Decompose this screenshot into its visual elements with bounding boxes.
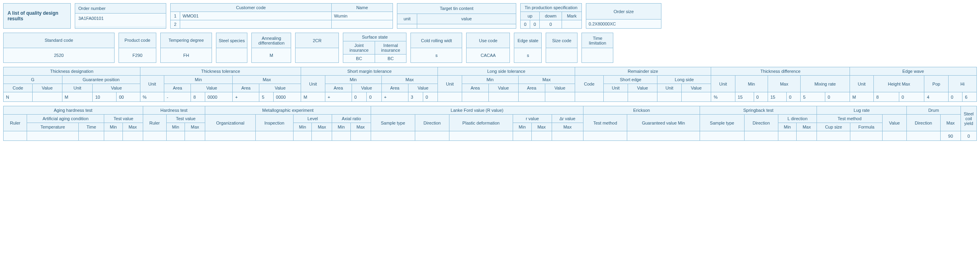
td-empty	[166, 131, 185, 141]
h-r-value: r value	[513, 115, 552, 123]
td-empty	[27, 131, 79, 141]
tin-prod-up1: 0	[521, 20, 530, 29]
td-empty	[143, 131, 166, 141]
h-guaranteed-min: Guaranteed value Min	[627, 115, 700, 131]
h-test-value: Test value	[166, 115, 205, 123]
customer-code-label: Customer code	[171, 4, 332, 12]
h-area: Area	[164, 84, 191, 92]
h-unit: Unit	[62, 84, 93, 92]
size-code-label: Size code	[546, 33, 578, 48]
h-max: Max	[185, 123, 205, 131]
h-min: Min	[462, 76, 518, 84]
tin-prod-mark	[562, 20, 582, 29]
td-td-mix1: 5	[801, 92, 825, 102]
customer-row-idx: 2	[171, 20, 180, 29]
h-value: Value	[259, 84, 301, 92]
customer-row-code	[180, 20, 332, 29]
order-size-label: Order size	[586, 4, 661, 19]
h-unit: Unit	[438, 76, 462, 92]
h-min: Min	[164, 76, 233, 84]
tin-prod-down-label: dowm	[540, 12, 562, 20]
tempering-value: FH	[161, 48, 212, 63]
h-max: Max	[381, 76, 438, 84]
internal-insurance-label: Internal insurance	[375, 41, 406, 55]
h-sample-type: Sample type	[371, 115, 415, 131]
tests-data-row: 90 0	[4, 131, 977, 141]
time-limitation-value	[582, 48, 613, 63]
td-tt-max-area: +	[233, 92, 259, 102]
td-empty	[78, 131, 104, 141]
cr2-label: 2CR	[296, 33, 339, 48]
h-thickness-diff: Thickness difference	[711, 67, 850, 76]
h-hardness-test: Hardness test	[143, 106, 205, 115]
target-tin-value-label: value	[417, 14, 516, 24]
h-unit: Unit	[604, 84, 628, 92]
td-empty	[531, 131, 552, 141]
target-tin-unit	[397, 24, 417, 28]
td-rs-code	[575, 92, 604, 102]
h-area: Area	[233, 84, 259, 92]
product-code-box: Product codeF290	[119, 33, 156, 63]
h-min: Min	[293, 123, 311, 131]
h-max: Max	[768, 76, 800, 92]
td-empty	[4, 131, 27, 141]
h-test-method: Test method	[817, 115, 883, 123]
td-ls-unit	[438, 92, 462, 102]
h-artificial-aging: Artificial aging condition	[27, 115, 104, 123]
td-code: N	[4, 92, 33, 102]
h-value: Value	[352, 84, 381, 92]
td-empty	[906, 131, 940, 141]
h-drum: Drum	[906, 106, 961, 115]
h-formula: Formula	[850, 123, 882, 131]
td-td-min2: 0	[754, 92, 768, 102]
h-min: Min	[778, 123, 796, 131]
td-sm-max-val1: 3	[408, 92, 423, 102]
td-empty	[449, 131, 513, 141]
td-empty	[552, 131, 583, 141]
h-long-side-tol: Long side tolerance	[438, 67, 575, 76]
h-value: Value	[191, 84, 233, 92]
td-rs-se-unit	[604, 92, 628, 102]
td-empty	[778, 131, 796, 141]
td-gp-val1: 10	[93, 92, 117, 102]
h-value: Value	[545, 84, 575, 92]
h-min: Min	[104, 123, 122, 131]
td-td-mix2: 0	[825, 92, 850, 102]
h-max: Max	[518, 76, 575, 84]
joint-insurance-value: BC	[343, 55, 375, 63]
td-rs-ls-val	[681, 92, 711, 102]
td-sm-min-area: +	[325, 92, 352, 102]
h-value: Value	[93, 84, 140, 92]
surface-state-label: Surface state	[343, 33, 406, 41]
td-empty	[817, 131, 850, 141]
cold-rolling-label: Cold rolling widt	[411, 33, 462, 48]
target-tin-value	[417, 24, 516, 28]
cr2-value	[296, 48, 339, 63]
td-empty	[350, 131, 371, 141]
tempering-box: Tempering degreeFH	[160, 33, 212, 63]
use-code-label: Use code	[467, 33, 510, 48]
td-gp-unit: M	[62, 92, 93, 102]
use-code-value: CACAA	[467, 48, 510, 63]
td-value	[32, 92, 62, 102]
h-inspection: Inspection	[255, 115, 293, 131]
td-empty	[371, 131, 415, 141]
h-area: Area	[381, 84, 408, 92]
tin-prod-label: Tin production specification	[521, 4, 582, 12]
h-value: Value	[32, 84, 62, 92]
h-code: Code	[575, 76, 604, 92]
customer-row-idx: 1	[171, 12, 180, 20]
h-max: Max	[122, 123, 143, 131]
td-tt-min-area: -	[164, 92, 191, 102]
td-empty	[104, 131, 122, 141]
steel-species-label: Steel species	[216, 33, 247, 48]
spec-row: Standard code2520 Product codeF290 Tempe…	[3, 33, 977, 63]
h-min: Min	[735, 76, 768, 92]
tolerance-table: Thickness designation Thickness toleranc…	[3, 67, 977, 102]
h-springback: Springback test	[700, 106, 817, 115]
use-code-box: Use codeCACAA	[466, 33, 510, 63]
standard-code-label: Standard code	[4, 33, 115, 48]
h-max: Max	[552, 123, 583, 131]
tin-prod-up-label: up	[521, 12, 540, 20]
h-aging-hardness: Aging hardness test	[4, 106, 143, 115]
